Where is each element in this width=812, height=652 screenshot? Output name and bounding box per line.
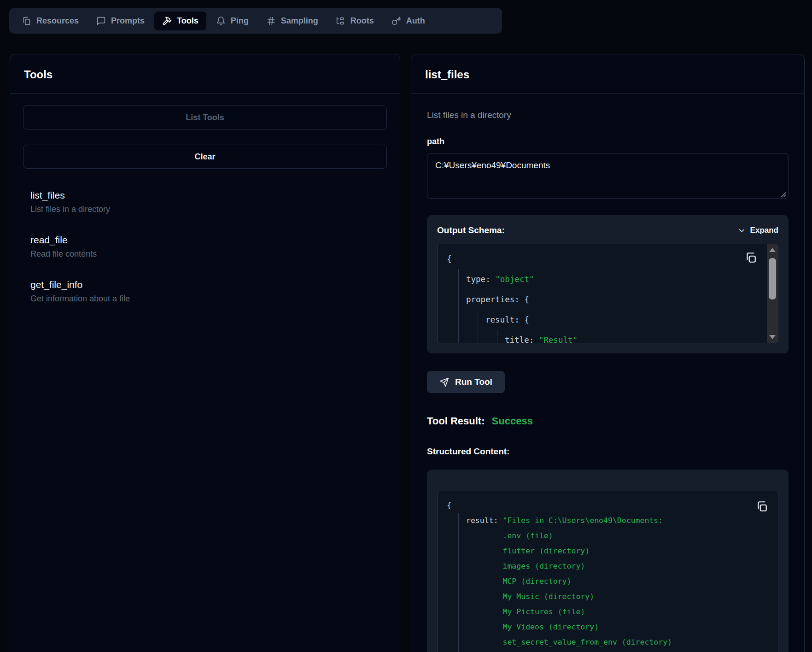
tool-item-list-files[interactable]: list_files List files in a directory: [30, 190, 380, 214]
structured-content-panel: {result: "Files in C:\Users\eno49\Docume…: [427, 470, 789, 652]
folder-tree-icon: [336, 16, 345, 26]
param-label-path: path: [427, 137, 789, 147]
output-schema-label: Output Schema:: [437, 225, 505, 235]
copy-icon: [756, 500, 768, 512]
tab-sampling[interactable]: Sampling: [258, 12, 326, 30]
tab-label: Resources: [36, 16, 79, 26]
top-navbar: Resources Prompts Tools Ping Sampling Ro…: [9, 8, 502, 34]
resize-handle-icon[interactable]: [780, 191, 786, 197]
tab-roots[interactable]: Roots: [328, 12, 382, 30]
tool-result-line: Tool Result: Success: [427, 415, 789, 427]
tab-label: Prompts: [111, 16, 145, 26]
tab-resources[interactable]: Resources: [14, 12, 87, 30]
tab-label: Tools: [177, 16, 199, 26]
key-icon: [391, 16, 401, 26]
path-input[interactable]: C:¥Users¥eno49¥Documents: [427, 153, 789, 199]
tab-label: Roots: [351, 16, 374, 26]
copy-pages-icon: [22, 16, 31, 26]
expand-button[interactable]: Expand: [737, 226, 778, 235]
tab-label: Sampling: [281, 16, 318, 26]
tool-item-get-file-info[interactable]: get_file_info Get information about a fi…: [30, 279, 380, 304]
structured-content-label: Structured Content:: [427, 446, 789, 457]
tool-description: List files in a directory: [30, 205, 380, 214]
expand-label: Expand: [750, 226, 778, 235]
tool-result-status: Success: [492, 415, 533, 427]
tool-name: list_files: [30, 190, 380, 201]
send-icon: [439, 377, 449, 387]
output-schema-code-block: {type: "object"properties: {result: {tit…: [437, 244, 778, 343]
tab-auth[interactable]: Auth: [384, 12, 433, 30]
bell-icon: [216, 16, 226, 26]
selected-tool-description: List files in a directory: [427, 110, 789, 120]
selected-tool-title: list_files: [425, 68, 790, 81]
tool-description: Read file contents: [30, 249, 380, 259]
copy-button[interactable]: [745, 252, 757, 264]
tools-card-title: Tools: [24, 68, 386, 81]
tool-result-label: Tool Result:: [427, 415, 485, 427]
selected-tool-header: list_files: [411, 54, 804, 94]
tab-prompts[interactable]: Prompts: [88, 12, 152, 30]
run-tool-button[interactable]: Run Tool: [427, 371, 505, 393]
selected-tool-card: list_files List files in a directory pat…: [411, 54, 805, 652]
scrollbar-down-arrow[interactable]: [769, 335, 776, 339]
copy-button[interactable]: [756, 500, 768, 512]
tab-label: Auth: [406, 16, 425, 26]
tool-list: list_files List files in a directory rea…: [23, 190, 387, 304]
hammer-icon: [162, 16, 172, 26]
scrollbar-thumb[interactable]: [769, 258, 776, 300]
tab-ping[interactable]: Ping: [208, 12, 257, 30]
tool-item-read-file[interactable]: read_file Read file contents: [30, 235, 380, 259]
chevron-down-icon: [737, 226, 746, 235]
tool-name: read_file: [30, 235, 380, 246]
tools-card-header: Tools: [10, 54, 400, 94]
tool-description: Get information about a file: [30, 294, 380, 304]
copy-icon: [745, 252, 757, 264]
message-square-icon: [96, 16, 106, 26]
structured-content-code: {result: "Files in C:\Users\eno49\Docume…: [447, 498, 769, 652]
tool-name: get_file_info: [30, 279, 380, 290]
structured-content-code-block: {result: "Files in C:\Users\eno49\Docume…: [437, 491, 778, 652]
tools-list-card: Tools List Tools Clear list_files List f…: [10, 54, 400, 652]
clear-button[interactable]: Clear: [23, 145, 387, 169]
tab-label: Ping: [231, 16, 249, 26]
output-schema-code: {type: "object"properties: {result: {tit…: [447, 249, 757, 343]
scrollbar-track[interactable]: [767, 244, 778, 343]
list-tools-button[interactable]: List Tools: [23, 106, 387, 129]
scrollbar-up-arrow[interactable]: [769, 248, 776, 252]
tab-tools[interactable]: Tools: [154, 12, 206, 30]
run-tool-label: Run Tool: [455, 377, 492, 387]
hash-icon: [266, 16, 276, 26]
output-schema-panel: Output Schema: Expand {type: "object"pro…: [427, 215, 789, 353]
